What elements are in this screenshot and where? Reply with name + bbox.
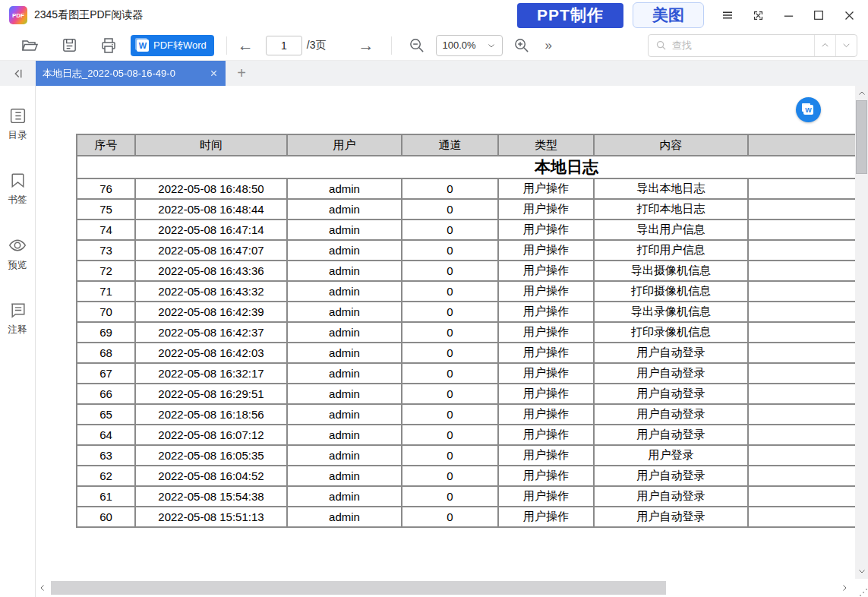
log-cell: 2022-05-08 15:51:13 bbox=[135, 507, 287, 527]
find-next-button[interactable] bbox=[835, 35, 857, 56]
log-cell: 用户自动登录 bbox=[594, 404, 748, 425]
pdf-to-word-label: PDF转Word bbox=[153, 39, 207, 52]
more-tools-icon[interactable]: » bbox=[545, 38, 552, 53]
log-cell: admin bbox=[287, 322, 402, 343]
page-number-input[interactable] bbox=[266, 36, 302, 55]
scroll-up-icon[interactable] bbox=[855, 87, 868, 100]
log-cell bbox=[748, 445, 855, 466]
pdf-to-word-float-button[interactable]: W bbox=[796, 97, 821, 122]
scroll-left-icon[interactable] bbox=[36, 583, 49, 592]
log-cell bbox=[748, 240, 855, 261]
log-cell: 2022-05-08 16:42:37 bbox=[135, 322, 287, 343]
log-cell: 导出本地日志 bbox=[594, 178, 748, 199]
sidebar-item-label: 书签 bbox=[8, 194, 27, 207]
log-cell: 0 bbox=[402, 199, 498, 220]
log-cell: 打印本地日志 bbox=[594, 199, 748, 220]
log-cell: 2022-05-08 16:47:14 bbox=[135, 220, 287, 240]
log-cell: admin bbox=[287, 199, 402, 220]
log-cell bbox=[748, 404, 855, 425]
log-cell: 2022-05-08 15:54:38 bbox=[135, 486, 287, 507]
search-input[interactable] bbox=[672, 39, 814, 51]
log-cell: 73 bbox=[77, 240, 135, 261]
meitu-button[interactable]: 美图 bbox=[633, 2, 704, 28]
document-page[interactable]: 本地日志 序号时间用户通道类型内容 762022-05-08 16:48:50a… bbox=[36, 86, 855, 579]
fullscreen-icon[interactable] bbox=[746, 4, 769, 27]
sidebar-item-annotations[interactable]: 注释 bbox=[8, 301, 27, 336]
close-icon[interactable] bbox=[838, 4, 860, 27]
bottom-left-corner bbox=[0, 579, 36, 597]
zoom-in-icon[interactable] bbox=[512, 36, 532, 55]
minimize-icon[interactable] bbox=[777, 4, 800, 27]
log-cell: 用户操作 bbox=[498, 363, 594, 384]
column-header: 用户 bbox=[287, 134, 402, 156]
document-tab[interactable]: 本地日志_2022-05-08-16-49-0 bbox=[36, 61, 226, 86]
sidebar-item-catalog[interactable]: 目录 bbox=[8, 106, 27, 142]
log-cell: 2022-05-08 16:42:03 bbox=[135, 343, 287, 363]
zoom-level-select[interactable]: 100.0% bbox=[436, 35, 503, 56]
left-sidebar: 目录 书签 预览 注释 bbox=[0, 86, 36, 579]
scroll-right-icon[interactable] bbox=[838, 583, 851, 592]
log-table: 本地日志 序号时间用户通道类型内容 762022-05-08 16:48:50a… bbox=[76, 134, 855, 528]
log-cell: 61 bbox=[77, 486, 135, 507]
maximize-icon[interactable] bbox=[807, 4, 830, 27]
log-cell: 用户自动登录 bbox=[594, 507, 748, 527]
log-cell: 2022-05-08 16:43:36 bbox=[135, 261, 287, 281]
scroll-down-icon[interactable] bbox=[855, 565, 868, 577]
log-cell bbox=[748, 425, 855, 445]
next-page-icon[interactable]: → bbox=[358, 37, 374, 53]
menu-icon[interactable] bbox=[716, 4, 739, 27]
save-icon[interactable] bbox=[59, 36, 79, 55]
log-cell: admin bbox=[287, 281, 402, 302]
log-cell bbox=[748, 343, 855, 363]
log-cell: 0 bbox=[402, 261, 498, 281]
tab-close-icon[interactable] bbox=[208, 68, 219, 79]
horizontal-scrollbar[interactable] bbox=[49, 581, 838, 595]
open-file-icon[interactable] bbox=[20, 36, 39, 55]
log-cell: admin bbox=[287, 507, 402, 527]
log-cell: 66 bbox=[77, 384, 135, 404]
vertical-scroll-thumb[interactable] bbox=[856, 100, 867, 174]
log-cell: 0 bbox=[402, 302, 498, 322]
ppt-make-button[interactable]: PPT制作 bbox=[517, 3, 623, 28]
log-cell: 71 bbox=[77, 281, 135, 302]
toolbar: W PDF转Word ← /3页 → 100.0% » bbox=[0, 30, 868, 61]
table-header-row: 序号时间用户通道类型内容 bbox=[77, 134, 855, 156]
horizontal-scroll-thumb[interactable] bbox=[51, 581, 666, 595]
table-row: 652022-05-08 16:18:56admin0用户操作用户自动登录 bbox=[77, 404, 855, 425]
log-cell: 用户自动登录 bbox=[594, 343, 748, 363]
log-cell: 用户操作 bbox=[498, 261, 594, 281]
log-cell: 0 bbox=[402, 220, 498, 240]
log-cell: 导出摄像机信息 bbox=[594, 261, 748, 281]
log-cell: 69 bbox=[77, 322, 135, 343]
new-tab-button[interactable]: + bbox=[226, 61, 257, 86]
print-icon[interactable] bbox=[99, 36, 118, 55]
pdf-to-word-button[interactable]: W PDF转Word bbox=[131, 35, 214, 56]
previous-page-icon[interactable]: ← bbox=[238, 37, 254, 53]
log-cell: admin bbox=[287, 240, 402, 261]
log-cell: 2022-05-08 16:47:07 bbox=[135, 240, 287, 261]
vertical-scrollbar[interactable] bbox=[855, 86, 868, 579]
resize-grip[interactable] bbox=[851, 579, 868, 597]
find-previous-button[interactable] bbox=[814, 35, 835, 56]
log-cell: 65 bbox=[77, 404, 135, 425]
log-cell: 2022-05-08 16:18:56 bbox=[135, 404, 287, 425]
log-cell: 用户自动登录 bbox=[594, 466, 748, 486]
table-title-row: 本地日志 bbox=[77, 156, 855, 178]
collapse-tabs-icon[interactable] bbox=[0, 61, 36, 86]
log-cell: 74 bbox=[77, 220, 135, 240]
log-cell: 0 bbox=[402, 363, 498, 384]
search-field-area bbox=[649, 35, 814, 56]
log-cell: 打印录像机信息 bbox=[594, 322, 748, 343]
sidebar-item-bookmarks[interactable]: 书签 bbox=[8, 171, 27, 207]
table-row: 752022-05-08 16:48:44admin0用户操作打印本地日志 bbox=[77, 199, 855, 220]
table-row: 672022-05-08 16:32:17admin0用户操作用户自动登录 bbox=[77, 363, 855, 384]
log-cell: admin bbox=[287, 445, 402, 466]
zoom-out-icon[interactable] bbox=[407, 36, 427, 55]
app-logo-icon: PDF bbox=[9, 6, 27, 24]
sidebar-item-preview[interactable]: 预览 bbox=[8, 235, 27, 272]
log-cell: admin bbox=[287, 302, 402, 322]
log-cell bbox=[748, 363, 855, 384]
page-total-label: /3页 bbox=[307, 39, 327, 52]
log-cell: 导出录像机信息 bbox=[594, 302, 748, 322]
log-cell: 打印用户信息 bbox=[594, 240, 748, 261]
